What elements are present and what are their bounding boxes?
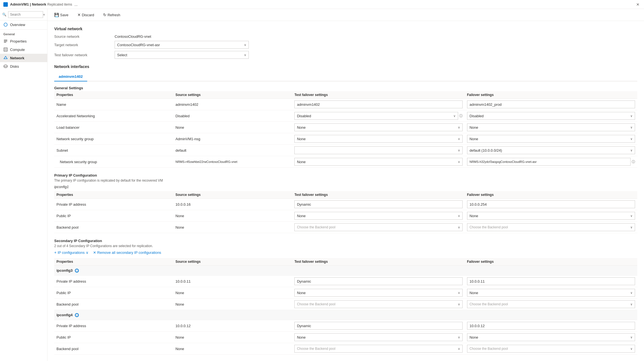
nsg-indented-info-icon[interactable]: ⓘ xyxy=(632,160,635,164)
more-options-icon[interactable]: ... xyxy=(74,2,78,7)
failover-ipconfig3-private-ip-input[interactable] xyxy=(467,277,635,285)
remove-all-ip-link[interactable]: ✕ Remove all secondary IP configurations xyxy=(93,250,161,255)
primary-ip-config-desc: The primary IP configuration is replicat… xyxy=(54,179,637,182)
network-interfaces-title: Network interfaces xyxy=(54,64,637,69)
test-ipconfig4-backend-pool-dropdown[interactable]: Choose the Backend pool ∨ xyxy=(294,345,462,353)
source-backend-pool: None xyxy=(173,222,292,233)
source-ipconfig3-backend-pool: None xyxy=(173,299,292,310)
table-row: Public IP None None ∨ None ∨ xyxy=(54,287,637,299)
sidebar-item-compute[interactable]: Compute xyxy=(0,45,47,54)
test-failover-chevron: ∨ xyxy=(244,53,246,57)
failover-ipconfig4-public-ip-dropdown[interactable]: None ∨ xyxy=(467,333,635,341)
test-name-input[interactable] xyxy=(294,100,462,108)
table-row: ipconfig4 ⓘ xyxy=(54,310,637,320)
failover-ipconfig3-public-ip-dropdown[interactable]: None ∨ xyxy=(467,289,635,297)
table-row: Backend pool None Choose the Backend poo… xyxy=(54,222,637,233)
failover-nsg-indented-input[interactable] xyxy=(467,158,631,166)
table-row: Private IP address 10.0.0.12 xyxy=(54,320,637,332)
tab-adminvm1402[interactable]: adminvm1402 xyxy=(54,72,87,81)
prop-name: Name xyxy=(54,99,173,110)
test-ipconfig4-backend-pool-cell: Choose the Backend pool ∨ xyxy=(292,343,465,355)
failover-nsg-indented-cell: ⓘ xyxy=(465,156,637,168)
failover-nsg-cell: None ∨ xyxy=(465,133,637,145)
close-button[interactable]: ✕ xyxy=(635,2,641,7)
target-network-dropdown[interactable]: ContosoCloudRG-vnet-asr ∨ xyxy=(115,41,249,49)
test-backend-pool-dropdown[interactable]: Choose the Backend pool ∨ xyxy=(294,223,462,231)
test-public-ip-dropdown[interactable]: None ∨ xyxy=(294,212,462,220)
svg-rect-1 xyxy=(4,40,7,40)
failover-ipconfig3-backend-pool-cell: Choose the Backend pool ∨ xyxy=(465,299,637,310)
ipconfig3-info-icon[interactable]: ⓘ xyxy=(75,269,79,273)
search-icon: 🔍 xyxy=(2,13,6,17)
test-ipconfig3-private-ip-input[interactable] xyxy=(294,277,462,285)
source-network-value: ContosoCloudRG-vnet xyxy=(115,34,637,39)
general-settings-table: Properties Source settings Test failover… xyxy=(54,91,637,168)
add-ip-label: IP configurations xyxy=(58,250,85,255)
save-button[interactable]: 💾 Save xyxy=(52,11,71,18)
test-ipconfig4-private-ip-input[interactable] xyxy=(294,322,462,330)
test-accel-net-dropdown[interactable]: Disabled ∨ xyxy=(294,112,458,120)
failover-subnet-cell: default (10.0.0.0/24) ∨ xyxy=(465,145,637,156)
refresh-button[interactable]: ↻ Refresh xyxy=(101,11,123,18)
prop-nsg-indented: Network security group xyxy=(54,156,173,168)
failover-lb-dropdown[interactable]: None ∨ xyxy=(467,123,635,131)
sidebar-item-network[interactable]: Network xyxy=(0,54,47,62)
test-subnet-cell: ∨ xyxy=(292,145,465,156)
source-private-ip: 10.0.0.16 xyxy=(173,199,292,210)
test-ipconfig3-public-ip-dropdown[interactable]: None ∨ xyxy=(294,289,462,297)
col-header-test-secondary: Test failover settings xyxy=(292,258,465,266)
refresh-label: Refresh xyxy=(108,13,120,17)
remove-all-label: Remove all secondary IP configurations xyxy=(97,250,161,255)
accel-net-info-icon[interactable]: ⓘ xyxy=(459,114,463,118)
test-nsg-indented-dropdown[interactable]: None ∨ xyxy=(294,158,462,166)
failover-name-input[interactable] xyxy=(467,100,635,108)
sidebar-item-overview[interactable]: Overview xyxy=(0,20,47,29)
table-row: Name adminvm1402 xyxy=(54,99,637,110)
properties-icon xyxy=(3,39,8,43)
sidebar-item-disks[interactable]: Disks xyxy=(0,62,47,71)
content-area: 💾 Save ✕ Discard ↻ Refresh Virtual netwo… xyxy=(48,9,644,361)
table-row: Load balancer None None ∨ None ∨ xyxy=(54,122,637,133)
failover-subnet-dropdown[interactable]: default (10.0.0.0/24) ∨ xyxy=(467,146,635,154)
test-ipconfig4-public-ip-dropdown[interactable]: None ∨ xyxy=(294,333,462,341)
failover-ipconfig4-private-ip-input[interactable] xyxy=(467,322,635,330)
sidebar: 🔍 « Overview General Properties Compute xyxy=(0,9,48,361)
failover-accel-net-dropdown[interactable]: Disabled ∨ xyxy=(467,112,635,120)
compute-icon xyxy=(3,47,8,52)
failover-ipconfig4-public-ip-cell: None ∨ xyxy=(465,332,637,343)
sidebar-item-properties[interactable]: Properties xyxy=(0,37,47,45)
prop-backend-pool: Backend pool xyxy=(54,222,173,233)
remove-all-icon: ✕ xyxy=(93,250,96,255)
failover-private-ip-input[interactable] xyxy=(467,200,635,208)
test-backend-pool-cell: Choose the Backend pool ∨ xyxy=(292,222,465,233)
source-ipconfig4-private-ip: 10.0.0.12 xyxy=(173,320,292,332)
sidebar-collapse-button[interactable]: « xyxy=(43,13,45,17)
ipconfig4-label: ipconfig4 xyxy=(56,312,73,318)
add-ip-chevron: ∨ xyxy=(86,250,89,255)
test-nsg-dropdown[interactable]: None ∨ xyxy=(294,135,462,143)
ipconfig3-name: ipconfig3 ⓘ xyxy=(54,266,637,276)
test-subnet-dropdown[interactable]: ∨ xyxy=(294,146,462,154)
ipconfig4-info-icon[interactable]: ⓘ xyxy=(75,313,79,317)
source-ipconfig3-private-ip: 10.0.0.11 xyxy=(173,276,292,287)
search-input[interactable] xyxy=(8,11,43,18)
refresh-icon: ↻ xyxy=(103,13,106,17)
test-lb-dropdown[interactable]: None ∨ xyxy=(294,123,462,131)
source-ipconfig4-backend-pool: None xyxy=(173,343,292,355)
test-failover-dropdown[interactable]: Select ∨ xyxy=(115,51,249,59)
sidebar-section-general: General xyxy=(0,30,47,37)
failover-nsg-dropdown[interactable]: None ∨ xyxy=(467,135,635,143)
failover-backend-pool-dropdown[interactable]: Choose the Backend pool ∨ xyxy=(467,223,635,231)
table-row: Public IP None None ∨ None ∨ xyxy=(54,210,637,222)
target-network-label: Target network xyxy=(54,43,110,47)
discard-button[interactable]: ✕ Discard xyxy=(75,11,96,18)
failover-public-ip-dropdown[interactable]: None ∨ xyxy=(467,212,635,220)
failover-ipconfig3-backend-pool-dropdown[interactable]: Choose the Backend pool ∨ xyxy=(467,300,635,308)
test-ipconfig3-backend-pool-dropdown[interactable]: Choose the Backend pool ∨ xyxy=(294,300,462,308)
failover-ipconfig4-backend-pool-dropdown[interactable]: Choose the Backend pool ∨ xyxy=(467,345,635,353)
add-ip-config-link[interactable]: + IP configurations ∨ xyxy=(54,250,89,255)
table-row: Backend pool None Choose the Backend poo… xyxy=(54,299,637,310)
save-icon: 💾 xyxy=(54,13,59,17)
test-private-ip-input[interactable] xyxy=(294,200,462,208)
test-name-cell xyxy=(292,99,465,110)
